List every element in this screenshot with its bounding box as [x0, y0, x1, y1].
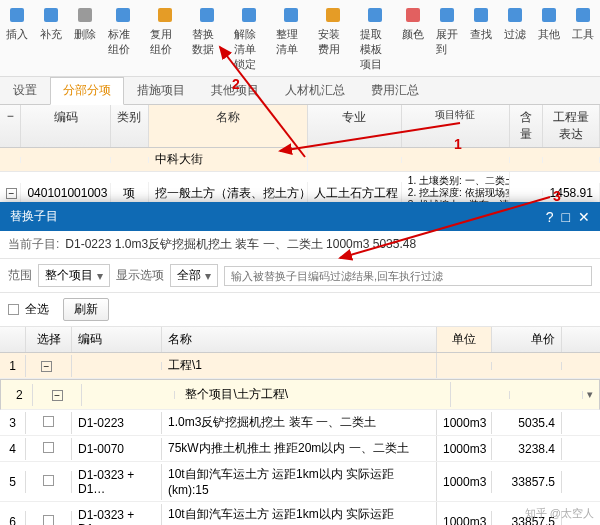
- list-item[interactable]: 5D1-0323 + D1…10t自卸汽车运土方 运距1km以内 实际运距(km…: [0, 462, 600, 502]
- ribbon-icon: [470, 4, 492, 26]
- mcol-unit[interactable]: 单位: [437, 327, 492, 352]
- close-icon[interactable]: ✕: [578, 209, 590, 225]
- ribbon-icon: [154, 4, 176, 26]
- svg-rect-8: [326, 8, 340, 22]
- dialog-title: 替换子目: [10, 208, 58, 225]
- selectall-label: 全选: [25, 301, 49, 318]
- svg-rect-5: [200, 8, 214, 22]
- svg-rect-1: [44, 8, 58, 22]
- svg-rect-12: [474, 8, 488, 22]
- ribbon-icon: [196, 4, 218, 26]
- svg-rect-10: [406, 8, 420, 22]
- svg-rect-6: [242, 8, 256, 22]
- svg-rect-13: [508, 8, 522, 22]
- svg-rect-7: [284, 8, 298, 22]
- list-item[interactable]: 1−工程\1: [0, 353, 600, 379]
- ribbon-查找[interactable]: 查找: [464, 2, 498, 74]
- list-item[interactable]: 2−整个项目\土方工程\: [0, 379, 600, 410]
- selectall-checkbox[interactable]: [8, 304, 19, 315]
- svg-rect-3: [116, 8, 130, 22]
- scope-select[interactable]: 整个项目: [38, 264, 110, 287]
- show-select[interactable]: 全部: [170, 264, 218, 287]
- row-checkbox[interactable]: [43, 475, 54, 486]
- tab-0[interactable]: 分部分项: [50, 77, 124, 105]
- tab-settings[interactable]: 设置: [0, 77, 50, 104]
- scope-label: 范围: [8, 267, 32, 284]
- ribbon-标准组价[interactable]: 标准组价: [102, 2, 144, 74]
- ribbon-解除[interactable]: 解除清单锁定: [228, 2, 270, 74]
- ribbon-复用组价[interactable]: 复用组价: [144, 2, 186, 74]
- dialog-titlebar[interactable]: 替换子目 ? □ ✕: [0, 202, 600, 231]
- label-1: 1: [454, 136, 462, 152]
- col-code[interactable]: 编码: [21, 105, 110, 147]
- modal-grid-header: 选择 编码 名称 单位 单价: [0, 327, 600, 353]
- ribbon-颜色[interactable]: 颜色: [396, 2, 430, 74]
- row-checkbox[interactable]: [43, 442, 54, 453]
- tab-4[interactable]: 费用汇总: [358, 77, 432, 104]
- ribbon-icon: [504, 4, 526, 26]
- svg-rect-11: [440, 8, 454, 22]
- row-checkbox[interactable]: [43, 416, 54, 427]
- svg-rect-9: [368, 8, 382, 22]
- modal-grid-body: 1−工程\12−整个项目\土方工程\3D1-02231.0m3反铲挖掘机挖土 装…: [0, 353, 600, 525]
- current-value: D1-0223 1.0m3反铲挖掘机挖土 装车 一、二类土 1000m3 503…: [65, 236, 416, 253]
- label-2: 2: [232, 76, 240, 92]
- ribbon-替换数据[interactable]: 替换数据: [186, 2, 228, 74]
- ribbon-icon: [572, 4, 594, 26]
- svg-rect-14: [542, 8, 556, 22]
- main-tabs: 设置 分部分项措施项目其他项目人材机汇总费用汇总: [0, 77, 600, 105]
- filter-row: 范围 整个项目 显示选项 全部: [0, 259, 600, 293]
- ribbon-整理清单[interactable]: 整理清单: [270, 2, 312, 74]
- col-type[interactable]: 类别: [111, 105, 149, 147]
- ribbon-icon: [538, 4, 560, 26]
- search-input[interactable]: [224, 266, 592, 286]
- mcol-code[interactable]: 编码: [72, 327, 162, 352]
- ribbon-icon: [6, 4, 28, 26]
- ribbon-icon: [280, 4, 302, 26]
- svg-rect-2: [78, 8, 92, 22]
- ribbon-其他[interactable]: 其他: [532, 2, 566, 74]
- col-expr[interactable]: 工程量表达: [543, 105, 600, 147]
- replace-dialog: 替换子目 ? □ ✕ 当前子目: D1-0223 1.0m3反铲挖掘机挖土 装车…: [0, 202, 600, 525]
- ribbon-icon: [402, 4, 424, 26]
- tab-3[interactable]: 人材机汇总: [272, 77, 358, 104]
- help-icon[interactable]: ?: [546, 209, 554, 225]
- mcol-price[interactable]: 单价: [492, 327, 562, 352]
- ribbon-icon: [238, 4, 260, 26]
- ribbon-icon: [74, 4, 96, 26]
- watermark: 知乎 @太空人: [525, 506, 594, 521]
- maximize-icon[interactable]: □: [562, 209, 570, 225]
- ribbon-插入[interactable]: 插入: [0, 2, 34, 74]
- mcol-name[interactable]: 名称: [162, 327, 437, 352]
- col-expand[interactable]: −: [0, 105, 21, 147]
- ribbon-icon: [112, 4, 134, 26]
- ribbon-过滤[interactable]: 过滤: [498, 2, 532, 74]
- ribbon-工具[interactable]: 工具: [566, 2, 600, 74]
- ribbon-toolbar: 插入补充删除标准组价复用组价替换数据解除清单锁定整理清单安装费用提取模板项目颜色…: [0, 0, 600, 77]
- mcol-select[interactable]: 选择: [26, 327, 72, 352]
- grid-header: − 编码 类别 名称 专业 项目特征 含量 工程量表达: [0, 105, 600, 148]
- current-label: 当前子目:: [8, 236, 59, 253]
- ribbon-安装费用[interactable]: 安装费用: [312, 2, 354, 74]
- tab-1[interactable]: 措施项目: [124, 77, 198, 104]
- list-item[interactable]: 4D1-007075kW内推土机推土 推距20m以内 一、二类土1000m332…: [0, 436, 600, 462]
- table-row[interactable]: 中科大街: [0, 148, 600, 172]
- row-checkbox[interactable]: [43, 515, 54, 526]
- action-row: 全选 刷新: [0, 293, 600, 327]
- ribbon-icon: [322, 4, 344, 26]
- list-item[interactable]: 6D1-0323 + D1…10t自卸汽车运土方 运距1km以内 实际运距(km…: [0, 502, 600, 525]
- refresh-button[interactable]: 刷新: [63, 298, 109, 321]
- ribbon-icon: [436, 4, 458, 26]
- ribbon-展开到[interactable]: 展开到: [430, 2, 464, 74]
- ribbon-提取[interactable]: 提取模板项目: [354, 2, 396, 74]
- col-name[interactable]: 名称: [149, 105, 308, 147]
- ribbon-icon: [364, 4, 386, 26]
- list-item[interactable]: 3D1-02231.0m3反铲挖掘机挖土 装车 一、二类土1000m35035.…: [0, 410, 600, 436]
- col-qty[interactable]: 含量: [510, 105, 543, 147]
- ribbon-icon: [40, 4, 62, 26]
- label-3: 3: [553, 188, 561, 204]
- col-spec[interactable]: 专业: [308, 105, 402, 147]
- ribbon-删除[interactable]: 删除: [68, 2, 102, 74]
- ribbon-补充[interactable]: 补充: [34, 2, 68, 74]
- svg-rect-4: [158, 8, 172, 22]
